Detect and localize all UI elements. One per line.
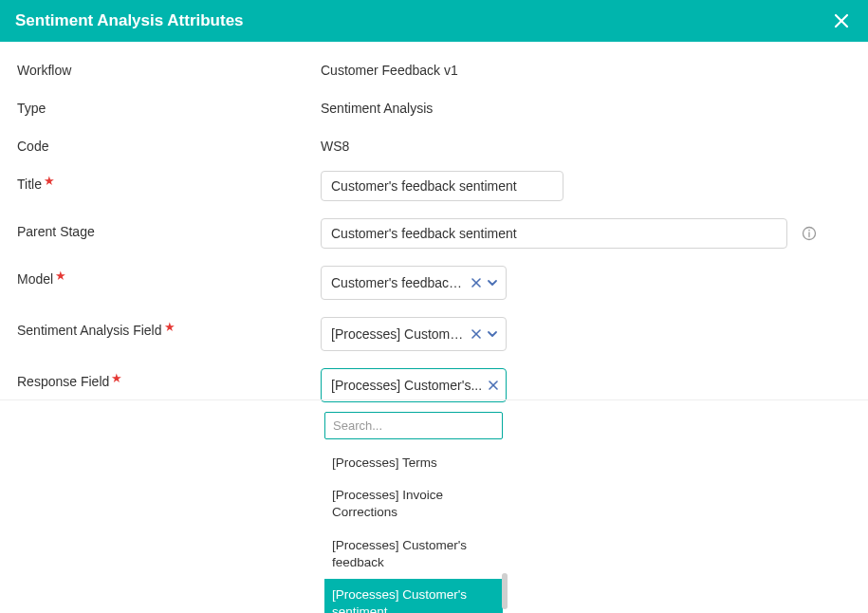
row-workflow: Workflow Customer Feedback v1 — [17, 57, 851, 78]
dropdown-option[interactable]: [Processes] Customer's feedback — [324, 529, 503, 579]
row-model: Model ★ Customer's feedback s... — [17, 266, 851, 300]
svg-point-4 — [808, 230, 810, 232]
label-workflow: Workflow — [17, 57, 321, 78]
row-code: Code WS8 — [17, 133, 851, 154]
sa-field-select[interactable]: [Processes] Customer's... — [321, 317, 507, 351]
row-sa-field: Sentiment Analysis Field ★ [Processes] C… — [17, 317, 851, 351]
modal-header: Sentiment Analysis Attributes — [0, 0, 868, 42]
sa-field-select-value: [Processes] Customer's... — [331, 326, 466, 342]
clear-icon[interactable] — [489, 381, 498, 390]
dropdown-option[interactable]: [Processes] Terms — [324, 447, 503, 479]
row-title: Title ★ — [17, 171, 851, 201]
modal-title: Sentiment Analysis Attributes — [15, 11, 244, 30]
model-select-value: Customer's feedback s... — [331, 275, 466, 290]
label-title: Title ★ — [17, 171, 321, 192]
value-code: WS8 — [321, 133, 851, 154]
response-field-dropdown: [Processes] Terms [Processes] Invoice Co… — [321, 406, 507, 613]
required-icon: ★ — [111, 371, 122, 385]
value-type: Sentiment Analysis — [321, 95, 851, 116]
clear-icon[interactable] — [471, 278, 481, 288]
label-model: Model ★ — [17, 266, 321, 287]
chevron-down-icon — [487, 328, 498, 340]
dropdown-option[interactable]: [Processes] Invoice Corrections — [324, 479, 503, 529]
label-sa-field: Sentiment Analysis Field ★ — [17, 317, 321, 338]
row-parent-stage: Parent Stage — [17, 218, 851, 249]
dropdown-option-selected[interactable]: [Processes] Customer's sentiment — [324, 579, 503, 613]
chevron-down-icon — [487, 277, 498, 288]
info-icon[interactable] — [801, 225, 818, 242]
parent-stage-input[interactable] — [321, 218, 787, 249]
dropdown-search-input[interactable] — [324, 412, 503, 439]
scrollbar-thumb[interactable] — [502, 573, 508, 609]
modal-body: Workflow Customer Feedback v1 Type Senti… — [0, 42, 868, 435]
close-icon — [833, 12, 850, 29]
sentiment-attributes-modal: Sentiment Analysis Attributes Workflow C… — [0, 0, 868, 613]
close-button[interactable] — [830, 9, 853, 32]
value-workflow: Customer Feedback v1 — [321, 57, 851, 78]
label-type: Type — [17, 95, 321, 116]
title-input[interactable] — [321, 171, 563, 201]
response-field-select-value: [Processes] Customer's... — [331, 378, 483, 393]
label-parent-stage: Parent Stage — [17, 218, 321, 239]
clear-icon[interactable] — [471, 329, 481, 339]
required-icon: ★ — [44, 174, 55, 188]
row-type: Type Sentiment Analysis — [17, 95, 851, 116]
label-code: Code — [17, 133, 321, 154]
response-field-select[interactable]: [Processes] Customer's... — [321, 368, 507, 402]
model-select[interactable]: Customer's feedback s... — [321, 266, 507, 300]
row-response-field: Response Field ★ [Processes] Customer's.… — [17, 368, 851, 402]
divider — [0, 399, 868, 400]
required-icon: ★ — [164, 320, 175, 334]
label-response-field: Response Field ★ — [17, 368, 321, 389]
required-icon: ★ — [55, 269, 66, 283]
